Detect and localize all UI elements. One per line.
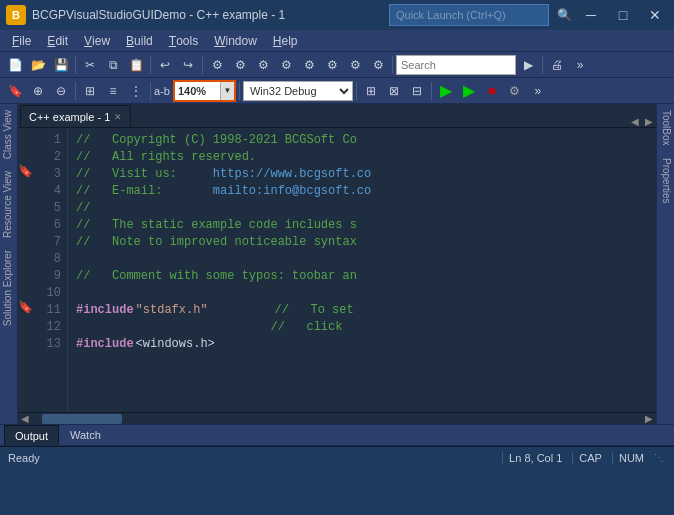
- status-position: Ln 8, Col 1: [502, 452, 568, 464]
- tb-icon1[interactable]: ⚙: [206, 54, 228, 76]
- cut-button[interactable]: ✂: [79, 54, 101, 76]
- maximize-button[interactable]: □: [610, 5, 636, 25]
- code-line-6: // The static example code includes s: [76, 217, 648, 234]
- run-button[interactable]: ▶: [435, 80, 457, 102]
- tb2-icon1[interactable]: ⊞: [79, 80, 101, 102]
- code-line-9: // Comment with some typos: toobar an: [76, 268, 648, 285]
- sidebar-item-class-view[interactable]: Class View: [0, 104, 17, 165]
- tb-icon6[interactable]: ⚙: [321, 54, 343, 76]
- line-num-13: 13: [32, 336, 67, 353]
- status-caps: CAP: [572, 452, 608, 464]
- menu-view[interactable]: View: [76, 30, 118, 52]
- code-line-2: // All rights reserved.: [76, 149, 648, 166]
- quick-launch-box[interactable]: Quick Launch (Ctrl+Q): [389, 4, 549, 26]
- overflow-button[interactable]: »: [569, 54, 591, 76]
- tb2-icon3[interactable]: ⋮: [125, 80, 147, 102]
- tb-icon5[interactable]: ⚙: [298, 54, 320, 76]
- line-num-8: 8: [32, 251, 67, 268]
- overflow-btn2[interactable]: »: [527, 80, 549, 102]
- line-num-6: 6: [32, 217, 67, 234]
- menu-tools[interactable]: Tools: [161, 30, 206, 52]
- right-tab-toolbox[interactable]: ToolBox: [657, 104, 674, 152]
- code-text-5: //: [76, 200, 90, 217]
- close-button[interactable]: ✕: [642, 5, 668, 25]
- code-content[interactable]: // Copyright (C) 1998-2021 BCGSoft Co //…: [68, 128, 656, 412]
- tb-icon8[interactable]: ⚙: [367, 54, 389, 76]
- separator7: [150, 82, 151, 100]
- settings-btn[interactable]: ⚙: [504, 80, 526, 102]
- new-file-button[interactable]: 📄: [4, 54, 26, 76]
- quick-launch-placeholder: Quick Launch (Ctrl+Q): [396, 9, 506, 21]
- minimize-button[interactable]: ─: [578, 5, 604, 25]
- search-go-button[interactable]: ▶: [517, 54, 539, 76]
- menu-build[interactable]: Build: [118, 30, 161, 52]
- line-num-3: 3: [32, 166, 67, 183]
- line-num-4: 4: [32, 183, 67, 200]
- status-bar: Ready Ln 8, Col 1 CAP NUM ⋱: [0, 446, 674, 468]
- redo-button[interactable]: ↪: [177, 54, 199, 76]
- paste-button[interactable]: 📋: [125, 54, 147, 76]
- sidebar-item-resource-view[interactable]: Resource View: [0, 165, 17, 244]
- scroll-right-button[interactable]: ▶: [642, 116, 656, 127]
- open-file-button[interactable]: 📂: [27, 54, 49, 76]
- separator10: [431, 82, 432, 100]
- save-button[interactable]: 💾: [50, 54, 72, 76]
- tb2-icon2[interactable]: ≡: [102, 80, 124, 102]
- editor-tab-close-button[interactable]: ✕: [114, 112, 122, 122]
- bottom-tab-output[interactable]: Output: [4, 425, 59, 445]
- line-num-10: 10: [32, 285, 67, 302]
- zoom-input[interactable]: [175, 82, 220, 100]
- horizontal-scrollbar[interactable]: ◀ ▶: [18, 412, 656, 424]
- menu-edit[interactable]: Edit: [39, 30, 76, 52]
- code-line-8: [76, 251, 648, 268]
- copy-button[interactable]: ⧉: [102, 54, 124, 76]
- print-button[interactable]: 🖨: [546, 54, 568, 76]
- tb-icon7[interactable]: ⚙: [344, 54, 366, 76]
- main-area: Class View Resource View Solution Explor…: [0, 104, 674, 424]
- code-text-11b: "stdafx.h": [136, 302, 208, 319]
- bookmark-btn1[interactable]: 🔖: [4, 80, 26, 102]
- bookmark-2: [18, 145, 32, 162]
- menu-file[interactable]: File: [4, 30, 39, 52]
- menu-help[interactable]: Help: [265, 30, 306, 52]
- editor-tab-cpp-example[interactable]: C++ example - 1 ✕: [20, 105, 131, 127]
- bottom-tab-output-label: Output: [15, 430, 48, 442]
- tb-icon4[interactable]: ⚙: [275, 54, 297, 76]
- scroll-thumb[interactable]: [42, 414, 122, 424]
- scroll-right-arrow[interactable]: ▶: [642, 413, 656, 424]
- separator2: [150, 56, 151, 74]
- code-line-7: // Note to improved noticeable syntax: [76, 234, 648, 251]
- sidebar-item-solution-explorer[interactable]: Solution Explorer: [0, 244, 17, 332]
- right-tab-properties[interactable]: Properties: [657, 152, 674, 210]
- status-ready-text: Ready: [8, 452, 498, 464]
- separator9: [356, 82, 357, 100]
- bookmark-4: [18, 179, 32, 196]
- quick-launch-area: Quick Launch (Ctrl+Q) 🔍: [389, 4, 572, 26]
- config-btn3[interactable]: ⊟: [406, 80, 428, 102]
- left-panel-tabs: Class View Resource View Solution Explor…: [0, 104, 18, 424]
- config-btn1[interactable]: ⊞: [360, 80, 382, 102]
- run2-button[interactable]: ▶: [458, 80, 480, 102]
- bookmark-icon-3: 🔖: [18, 164, 33, 178]
- bookmark-btn3[interactable]: ⊖: [50, 80, 72, 102]
- scroll-left-arrow[interactable]: ◀: [18, 413, 32, 424]
- menu-window[interactable]: Window: [206, 30, 265, 52]
- bookmark-11: 🔖: [18, 298, 32, 315]
- scroll-left-button[interactable]: ◀: [628, 116, 642, 127]
- config-select[interactable]: Win32 Debug Win32 Release x64 Debug x64 …: [243, 81, 353, 101]
- editor-scroll-buttons: ◀ ▶: [628, 116, 656, 127]
- line-num-5: 5: [32, 200, 67, 217]
- code-text-9: // Comment with some typos: toobar an: [76, 268, 357, 285]
- tb-icon2[interactable]: ⚙: [229, 54, 251, 76]
- zoom-dropdown-button[interactable]: ▼: [220, 82, 234, 100]
- code-view[interactable]: 🔖 🔖 1 2 3 4 5: [18, 128, 656, 412]
- tb-icon3[interactable]: ⚙: [252, 54, 274, 76]
- resize-grip[interactable]: ⋱: [654, 452, 666, 464]
- config-btn2[interactable]: ⊠: [383, 80, 405, 102]
- zoom-box-wrapper[interactable]: ▼: [173, 80, 236, 102]
- bottom-tab-watch[interactable]: Watch: [59, 425, 112, 445]
- stop-button[interactable]: ■: [481, 80, 503, 102]
- search-input[interactable]: [396, 55, 516, 75]
- undo-button[interactable]: ↩: [154, 54, 176, 76]
- bookmark-btn2[interactable]: ⊕: [27, 80, 49, 102]
